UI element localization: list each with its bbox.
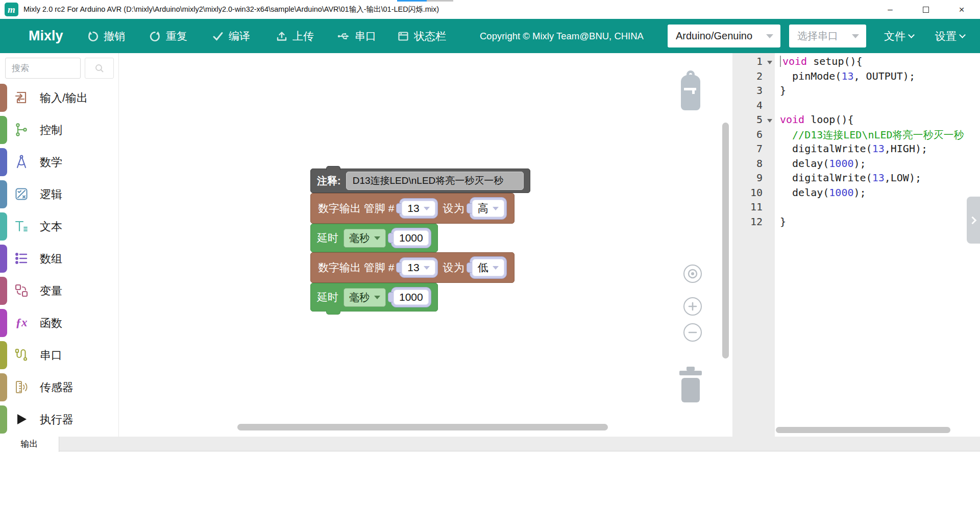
window-title-bar: m Mixly 2.0 rc2 For Arduino AVR (D:\mixl… <box>0 0 980 19</box>
pin-value-slot: 13 <box>399 198 437 219</box>
category-label: 数组 <box>40 243 62 275</box>
block-comment[interactable]: 注释: D13连接LED\nLED将亮一秒灭一秒 <box>310 169 530 193</box>
category-color-strip <box>0 212 7 241</box>
fold-arrow-icon[interactable] <box>767 119 772 123</box>
maximize-icon <box>923 7 929 13</box>
pin-dropdown[interactable]: 13 <box>402 201 435 216</box>
zoom-reset-icon[interactable] <box>683 265 702 283</box>
pin-value-slot: 13 <box>399 257 437 278</box>
blockly-workspace[interactable]: 注释: D13连接LED\nLED将亮一秒灭一秒 数字输出 管脚 # 13 设为… <box>119 53 732 437</box>
sidebar-item-logic[interactable]: 逻辑 <box>0 178 119 210</box>
search-button[interactable] <box>85 58 114 79</box>
sidebar-item-input-output[interactable]: 输入/输出 <box>0 82 119 114</box>
category-label: 执行器 <box>40 403 74 436</box>
port-select-value: 选择串口 <box>797 29 846 43</box>
sensor-icon <box>14 379 29 395</box>
delay-value-slot: 1000 <box>391 287 431 307</box>
line-number: 4 <box>732 99 775 114</box>
input-output-icon <box>14 90 29 105</box>
delay-title: 延时 <box>317 290 338 304</box>
line-number: 11 <box>732 201 775 215</box>
delay-unit: 毫秒 <box>349 231 370 245</box>
serial-button[interactable]: 串口 <box>337 19 376 53</box>
search-input[interactable] <box>5 58 81 79</box>
sidebar-item-serial[interactable]: 串口 <box>0 339 119 371</box>
block-delay-1[interactable]: 延时 毫秒 1000 <box>310 224 438 252</box>
comment-block-label: 注释: <box>317 174 341 188</box>
text-cursor <box>780 56 781 67</box>
chevron-down-icon <box>493 266 499 270</box>
level-value: 低 <box>478 260 488 275</box>
delay-unit: 毫秒 <box>349 291 370 304</box>
category-label: 传感器 <box>40 371 74 403</box>
upload-button[interactable]: 上传 <box>276 19 314 53</box>
category-color-strip <box>0 309 7 337</box>
minimize-button[interactable]: – <box>877 0 903 19</box>
line-number: 9 <box>732 172 775 186</box>
compile-button[interactable]: 编译 <box>212 19 250 53</box>
board-select[interactable]: Arduino/Genuino <box>668 25 780 47</box>
brand-title: Mixly <box>29 19 63 53</box>
block-digital-write-high[interactable]: 数字输出 管脚 # 13 设为 高 <box>310 193 514 224</box>
variable-swap-icon <box>14 283 29 298</box>
category-label: 输入/输出 <box>40 82 88 114</box>
level-dropdown[interactable]: 低 <box>472 259 504 276</box>
delay-unit-dropdown[interactable]: 毫秒 <box>344 288 386 307</box>
undo-label: 撤销 <box>104 29 125 43</box>
chevron-down-icon <box>493 207 499 210</box>
serial-cable-icon <box>14 347 29 363</box>
level-dropdown[interactable]: 高 <box>472 200 504 217</box>
close-button[interactable]: × <box>948 0 975 19</box>
line-number: 5 <box>732 113 775 128</box>
settings-menu-label: 设置 <box>935 29 957 43</box>
category-color-strip <box>0 148 7 176</box>
collapse-code-panel-tab[interactable] <box>967 197 980 244</box>
statusbar-button[interactable]: 状态栏 <box>397 19 446 53</box>
level-value-slot: 低 <box>470 256 507 279</box>
category-color-strip <box>0 116 7 144</box>
file-menu[interactable]: 文件 <box>884 19 914 53</box>
sidebar-item-array[interactable]: 数组 <box>0 243 119 275</box>
main-toolbar: Mixly 撤销 重复 编译 上传 串口 状态栏 Copyright © Mix… <box>0 19 980 53</box>
generated-code-panel: void setup(){ pinMode(13, OUTPUT); } voi… <box>775 53 980 437</box>
sidebar-item-math[interactable]: 数学 <box>0 146 119 178</box>
sidebar-item-sensor[interactable]: 传感器 <box>0 371 119 403</box>
block-delay-2[interactable]: 延时 毫秒 1000 <box>310 283 438 312</box>
settings-menu[interactable]: 设置 <box>935 19 965 53</box>
status-bar-icon <box>397 30 409 42</box>
tab-output[interactable]: 输出 <box>0 437 59 452</box>
category-color-strip <box>0 277 7 305</box>
line-number: 3 <box>732 84 775 99</box>
zoom-out-icon[interactable] <box>683 323 702 342</box>
pin-dropdown[interactable]: 13 <box>402 260 435 275</box>
math-compass-icon <box>14 154 29 170</box>
redo-button[interactable]: 重复 <box>149 19 187 53</box>
title-progress-track <box>427 0 453 2</box>
zoom-in-icon[interactable] <box>683 297 702 316</box>
sidebar-item-variable[interactable]: 变量 <box>0 275 119 307</box>
comment-text-field[interactable]: D13连接LED\nLED将亮一秒灭一秒 <box>346 172 524 190</box>
undo-button[interactable]: 撤销 <box>87 19 125 53</box>
category-color-strip <box>0 180 7 208</box>
trash-icon[interactable] <box>673 366 708 406</box>
sidebar-item-control[interactable]: 控制 <box>0 114 119 146</box>
code-text: void setup(){ pinMode(13, OUTPUT); } voi… <box>780 55 980 230</box>
delay-unit-dropdown[interactable]: 毫秒 <box>344 229 386 248</box>
pin-value: 13 <box>407 261 419 274</box>
code-horizontal-scrollbar[interactable] <box>776 427 950 433</box>
fold-arrow-icon[interactable] <box>767 61 772 64</box>
line-number: 6 <box>732 128 775 143</box>
maximize-button[interactable] <box>913 0 939 19</box>
delay-value-field[interactable]: 1000 <box>394 290 429 305</box>
sidebar-item-function[interactable]: ƒx 函数 <box>0 307 119 339</box>
port-select[interactable]: 选择串口 <box>789 25 866 47</box>
sidebar-item-actuator[interactable]: 执行器 <box>0 403 119 436</box>
sidebar-item-text[interactable]: 文本 <box>0 210 119 243</box>
backpack-icon[interactable] <box>674 67 707 115</box>
compile-check-icon <box>212 30 224 42</box>
block-digital-write-low[interactable]: 数字输出 管脚 # 13 设为 低 <box>310 252 514 283</box>
workspace-vertical-scrollbar[interactable] <box>722 123 729 358</box>
line-number: 8 <box>732 157 775 172</box>
workspace-horizontal-scrollbar[interactable] <box>237 424 608 430</box>
delay-value-field[interactable]: 1000 <box>394 230 429 246</box>
